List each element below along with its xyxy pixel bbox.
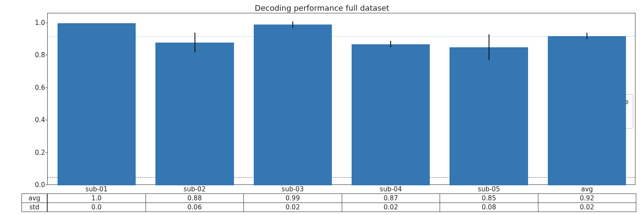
errorbar-sub-03: [292, 22, 293, 28]
x-tick-label: sub-04: [380, 185, 402, 193]
y-tick-label: 0.0: [26, 181, 45, 189]
x-tick-label: sub-05: [478, 185, 500, 193]
chart-title: Decoding performance full dataset: [0, 3, 644, 12]
bar-sub-02: [155, 43, 234, 185]
table-row-header-std: std: [22, 203, 47, 212]
errorbar-avg: [586, 33, 587, 39]
x-tick-label: sub-02: [184, 185, 206, 193]
errorbar-sub-05: [489, 34, 489, 60]
table-cell: 0.87: [342, 194, 440, 203]
errorbar-sub-04: [390, 41, 391, 47]
bar-sub-01: [58, 23, 136, 185]
bar-sub-04: [352, 44, 430, 185]
table-cell: 1.0: [48, 194, 146, 203]
table-cell: 0.88: [146, 194, 244, 203]
table-cell: 0.85: [440, 194, 538, 203]
table-cell: 0.0: [48, 203, 146, 212]
table-cell: 0.02: [538, 203, 636, 212]
y-tick-label: 0.4: [26, 116, 45, 124]
x-tick-label: sub-01: [85, 185, 107, 193]
table-cell: 0.02: [342, 203, 440, 212]
table-row-headers: avg std: [21, 185, 47, 212]
table-cell: 0.08: [440, 203, 538, 212]
y-tick-label: 0.6: [26, 84, 45, 92]
plot-area: average chance eCCA: [47, 13, 635, 185]
table-cell: 0.92: [538, 194, 636, 203]
table-cell: 0.99: [244, 194, 342, 203]
y-tick-label: 1.0: [26, 19, 45, 27]
bar-sub-03: [254, 25, 332, 185]
errorbar-sub-02: [194, 33, 195, 52]
bar-sub-05: [450, 47, 528, 185]
x-axis-table: sub-01sub-02sub-03sub-04sub-05avg1.00.88…: [47, 185, 636, 212]
bar-avg: [548, 36, 626, 185]
y-tick-label: 0.2: [26, 149, 45, 157]
y-tick-label: 0.8: [26, 51, 45, 59]
table-row-header-avg: avg: [22, 194, 47, 203]
x-tick-label: avg: [581, 185, 593, 193]
table-cell: 0.06: [146, 203, 244, 212]
table-cell: 0.02: [244, 203, 342, 212]
x-tick-label: sub-03: [282, 185, 304, 193]
bar-chart-figure: Decoding performance full dataset accura…: [0, 0, 644, 215]
